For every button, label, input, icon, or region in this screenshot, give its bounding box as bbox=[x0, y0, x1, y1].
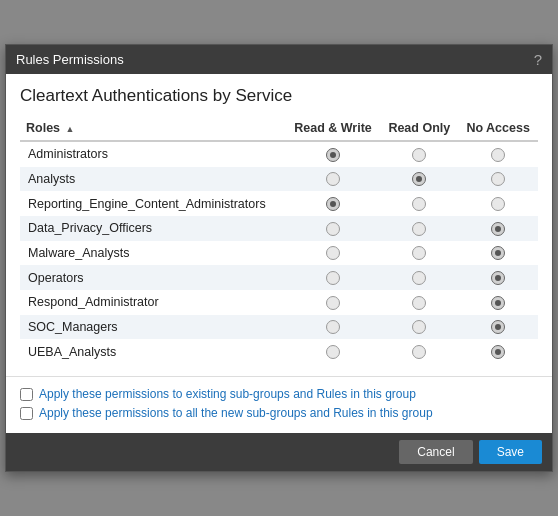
checkbox-existing-subgroups[interactable] bbox=[20, 388, 33, 401]
title-bar: Rules Permissions ? bbox=[6, 45, 552, 74]
save-button[interactable]: Save bbox=[479, 440, 542, 464]
radio-noAccess[interactable] bbox=[491, 345, 505, 359]
dialog-title-label: Rules Permissions bbox=[16, 52, 124, 67]
role-name-cell: Reporting_Engine_Content_Administrators bbox=[20, 191, 286, 216]
rules-permissions-dialog: Rules Permissions ? Cleartext Authentica… bbox=[5, 44, 553, 472]
permission-cell-readWrite[interactable] bbox=[286, 339, 381, 364]
checkbox-new-subgroups[interactable] bbox=[20, 407, 33, 420]
col-header-read-write: Read & Write bbox=[286, 116, 381, 141]
permission-cell-readWrite[interactable] bbox=[286, 167, 381, 192]
permission-cell-readWrite[interactable] bbox=[286, 315, 381, 340]
permission-cell-readWrite[interactable] bbox=[286, 191, 381, 216]
help-icon[interactable]: ? bbox=[534, 51, 542, 68]
role-name-cell: Analysts bbox=[20, 167, 286, 192]
role-name-cell: Operators bbox=[20, 265, 286, 290]
permission-cell-noAccess[interactable] bbox=[458, 315, 538, 340]
radio-noAccess[interactable] bbox=[491, 271, 505, 285]
table-row: UEBA_Analysts bbox=[20, 339, 538, 364]
radio-readWrite[interactable] bbox=[326, 197, 340, 211]
radio-readWrite[interactable] bbox=[326, 246, 340, 260]
radio-readOnly[interactable] bbox=[412, 320, 426, 334]
radio-readOnly[interactable] bbox=[412, 246, 426, 260]
permission-cell-readOnly[interactable] bbox=[380, 265, 458, 290]
permissions-table: Roles ▲ Read & Write Read Only No Access… bbox=[20, 116, 538, 364]
radio-noAccess[interactable] bbox=[491, 222, 505, 236]
radio-noAccess[interactable] bbox=[491, 148, 505, 162]
permission-cell-readWrite[interactable] bbox=[286, 265, 381, 290]
permission-cell-readWrite[interactable] bbox=[286, 141, 381, 167]
dialog-body: Cleartext Authentications by Service Rol… bbox=[6, 74, 552, 372]
radio-noAccess[interactable] bbox=[491, 246, 505, 260]
radio-readOnly[interactable] bbox=[412, 222, 426, 236]
table-row: Respond_Administrator bbox=[20, 290, 538, 315]
permission-cell-readWrite[interactable] bbox=[286, 241, 381, 266]
radio-readOnly[interactable] bbox=[412, 197, 426, 211]
permission-cell-noAccess[interactable] bbox=[458, 141, 538, 167]
radio-readOnly[interactable] bbox=[412, 345, 426, 359]
radio-readOnly[interactable] bbox=[412, 296, 426, 310]
permission-cell-readOnly[interactable] bbox=[380, 339, 458, 364]
permission-cell-noAccess[interactable] bbox=[458, 216, 538, 241]
radio-noAccess[interactable] bbox=[491, 172, 505, 186]
table-row: Malware_Analysts bbox=[20, 241, 538, 266]
role-name-cell: Data_Privacy_Officers bbox=[20, 216, 286, 241]
cancel-button[interactable]: Cancel bbox=[399, 440, 472, 464]
footer-checks: Apply these permissions to existing sub-… bbox=[6, 376, 552, 433]
permission-cell-noAccess[interactable] bbox=[458, 191, 538, 216]
permission-cell-noAccess[interactable] bbox=[458, 290, 538, 315]
radio-readWrite[interactable] bbox=[326, 296, 340, 310]
radio-readWrite[interactable] bbox=[326, 148, 340, 162]
radio-readWrite[interactable] bbox=[326, 345, 340, 359]
permission-cell-readOnly[interactable] bbox=[380, 167, 458, 192]
table-row: Data_Privacy_Officers bbox=[20, 216, 538, 241]
check-existing-subgroups[interactable]: Apply these permissions to existing sub-… bbox=[20, 387, 538, 401]
radio-noAccess[interactable] bbox=[491, 320, 505, 334]
radio-readWrite[interactable] bbox=[326, 222, 340, 236]
table-row: Reporting_Engine_Content_Administrators bbox=[20, 191, 538, 216]
role-name-cell: UEBA_Analysts bbox=[20, 339, 286, 364]
role-name-cell: Malware_Analysts bbox=[20, 241, 286, 266]
permission-cell-noAccess[interactable] bbox=[458, 241, 538, 266]
permission-cell-readOnly[interactable] bbox=[380, 216, 458, 241]
check-new-subgroups[interactable]: Apply these permissions to all the new s… bbox=[20, 406, 538, 420]
table-row: Operators bbox=[20, 265, 538, 290]
permission-cell-readOnly[interactable] bbox=[380, 241, 458, 266]
permission-cell-readOnly[interactable] bbox=[380, 191, 458, 216]
radio-readWrite[interactable] bbox=[326, 172, 340, 186]
permission-cell-readWrite[interactable] bbox=[286, 216, 381, 241]
table-row: Analysts bbox=[20, 167, 538, 192]
permission-cell-readOnly[interactable] bbox=[380, 141, 458, 167]
sort-icon: ▲ bbox=[66, 124, 75, 134]
radio-noAccess[interactable] bbox=[491, 296, 505, 310]
table-row: Administrators bbox=[20, 141, 538, 167]
radio-readWrite[interactable] bbox=[326, 320, 340, 334]
permission-cell-noAccess[interactable] bbox=[458, 265, 538, 290]
section-title: Cleartext Authentications by Service bbox=[20, 86, 538, 106]
permission-cell-noAccess[interactable] bbox=[458, 339, 538, 364]
role-name-cell: Administrators bbox=[20, 141, 286, 167]
radio-readOnly[interactable] bbox=[412, 271, 426, 285]
radio-readOnly[interactable] bbox=[412, 148, 426, 162]
table-row: SOC_Managers bbox=[20, 315, 538, 340]
radio-readWrite[interactable] bbox=[326, 271, 340, 285]
col-header-read-only: Read Only bbox=[380, 116, 458, 141]
permission-cell-noAccess[interactable] bbox=[458, 167, 538, 192]
radio-readOnly[interactable] bbox=[412, 172, 426, 186]
col-header-roles: Roles ▲ bbox=[20, 116, 286, 141]
role-name-cell: SOC_Managers bbox=[20, 315, 286, 340]
col-header-no-access: No Access bbox=[458, 116, 538, 141]
radio-noAccess[interactable] bbox=[491, 197, 505, 211]
role-name-cell: Respond_Administrator bbox=[20, 290, 286, 315]
permission-cell-readOnly[interactable] bbox=[380, 290, 458, 315]
permission-cell-readWrite[interactable] bbox=[286, 290, 381, 315]
permission-cell-readOnly[interactable] bbox=[380, 315, 458, 340]
dialog-footer: Cancel Save bbox=[6, 433, 552, 471]
